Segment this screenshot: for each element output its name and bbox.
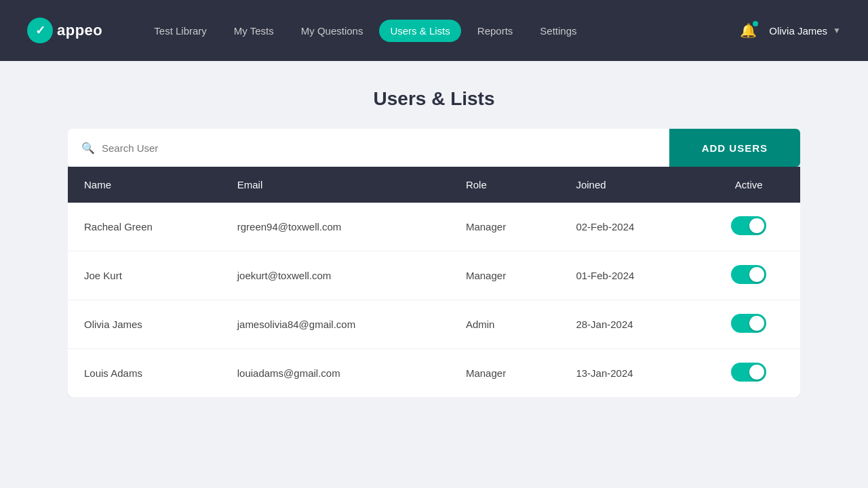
- cell-role-3: Manager: [450, 349, 560, 398]
- search-add-row: 🔍 ADD USERS: [68, 129, 800, 167]
- toggle-track-2: [731, 314, 766, 333]
- table-row: Olivia James jamesolivia84@gmail.com Adm…: [68, 300, 800, 349]
- bell-icon[interactable]: 🔔: [740, 22, 757, 39]
- cell-email-0: rgreen94@toxwell.com: [221, 203, 450, 251]
- toggle-track-1: [731, 265, 766, 284]
- page-title: Users & Lists: [68, 88, 800, 110]
- cell-role-0: Manager: [450, 203, 560, 251]
- cell-joined-3: 13-Jan-2024: [559, 349, 697, 398]
- nav-my-tests[interactable]: My Tests: [223, 20, 285, 42]
- toggle-thumb-2: [749, 316, 764, 331]
- cell-role-2: Admin: [450, 300, 560, 349]
- toggle-thumb-1: [749, 267, 764, 282]
- notification-dot: [753, 21, 758, 26]
- search-box: 🔍: [68, 129, 669, 167]
- users-table: Name Email Role Joined Active Racheal Gr…: [68, 167, 800, 397]
- table-row: Racheal Green rgreen94@toxwell.com Manag…: [68, 203, 800, 251]
- table-body: Racheal Green rgreen94@toxwell.com Manag…: [68, 203, 800, 397]
- cell-email-3: louiadams@gmail.com: [221, 349, 450, 398]
- nav-my-questions[interactable]: My Questions: [290, 20, 374, 42]
- main-content: Users & Lists 🔍 ADD USERS Name Email Rol…: [27, 61, 841, 424]
- nav-right: 🔔 Olivia James ▼: [740, 22, 841, 39]
- toggle-0[interactable]: [731, 216, 766, 235]
- col-name: Name: [68, 167, 221, 203]
- col-active: Active: [697, 167, 800, 203]
- nav-users-lists[interactable]: Users & Lists: [379, 20, 460, 42]
- cell-email-1: joekurt@toxwell.com: [221, 251, 450, 300]
- search-input[interactable]: [102, 142, 656, 154]
- toggle-thumb-0: [749, 218, 764, 233]
- toggle-thumb-3: [749, 365, 764, 380]
- logo-text: ​appeo: [57, 22, 102, 39]
- logo-icon: [27, 18, 53, 43]
- cell-joined-2: 28-Jan-2024: [559, 300, 697, 349]
- toggle-1[interactable]: [731, 265, 766, 284]
- table-row: Joe Kurt joekurt@toxwell.com Manager 01-…: [68, 251, 800, 300]
- cell-name-0: Racheal Green: [68, 203, 221, 251]
- col-email: Email: [221, 167, 450, 203]
- user-menu[interactable]: Olivia James ▼: [769, 25, 841, 37]
- cell-active-2: [697, 300, 800, 349]
- cell-active-3: [697, 349, 800, 398]
- cell-active-0: [697, 203, 800, 251]
- user-name: Olivia James: [769, 25, 827, 37]
- cell-name-3: Louis Adams: [68, 349, 221, 398]
- chevron-down-icon: ▼: [833, 26, 841, 35]
- cell-email-2: jamesolivia84@gmail.com: [221, 300, 450, 349]
- add-users-button[interactable]: ADD USERS: [669, 129, 800, 167]
- col-joined: Joined: [559, 167, 697, 203]
- toggle-3[interactable]: [731, 363, 766, 382]
- cell-joined-0: 02-Feb-2024: [559, 203, 697, 251]
- cell-joined-1: 01-Feb-2024: [559, 251, 697, 300]
- col-role: Role: [450, 167, 560, 203]
- logo[interactable]: ​appeo: [27, 18, 102, 43]
- toggle-2[interactable]: [731, 314, 766, 333]
- navbar: ​appeo Test Library My Tests My Question…: [0, 0, 868, 61]
- table-header: Name Email Role Joined Active: [68, 167, 800, 203]
- cell-role-1: Manager: [450, 251, 560, 300]
- cell-name-1: Joe Kurt: [68, 251, 221, 300]
- nav-settings[interactable]: Settings: [529, 20, 587, 42]
- toggle-track-0: [731, 216, 766, 235]
- cell-name-2: Olivia James: [68, 300, 221, 349]
- nav-links: Test Library My Tests My Questions Users…: [143, 20, 740, 42]
- table-row: Louis Adams louiadams@gmail.com Manager …: [68, 349, 800, 398]
- cell-active-1: [697, 251, 800, 300]
- search-add-wrapper: 🔍 ADD USERS Name Email Role Joined Activ…: [68, 129, 800, 397]
- search-icon: 🔍: [81, 142, 95, 155]
- nav-reports[interactable]: Reports: [467, 20, 524, 42]
- nav-test-library[interactable]: Test Library: [143, 20, 218, 42]
- toggle-track-3: [731, 363, 766, 382]
